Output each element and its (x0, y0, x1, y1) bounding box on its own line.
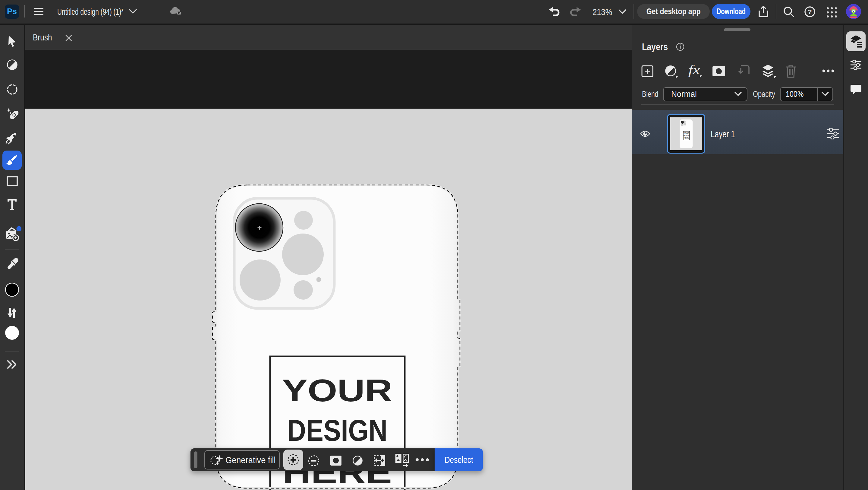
svg-text:fx: fx (688, 64, 700, 77)
svg-text:HERE: HERE (684, 137, 689, 139)
svg-text:YOUR: YOUR (282, 373, 393, 408)
svg-text:YOUR: YOUR (684, 132, 689, 134)
svg-text:DESIGN: DESIGN (683, 135, 689, 136)
svg-text:?: ? (808, 8, 812, 16)
svg-text:DESIGN: DESIGN (287, 413, 388, 447)
